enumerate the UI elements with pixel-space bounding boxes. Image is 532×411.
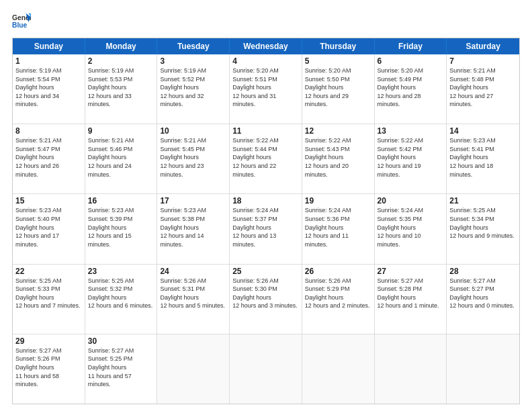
day-number: 8 (15, 126, 82, 136)
day-cell-29: 29Sunrise: 5:27 AMSunset: 5:26 PMDayligh… (13, 334, 85, 404)
day-info: Sunrise: 5:21 AMSunset: 5:48 PMDaylight … (449, 66, 517, 109)
svg-text:Blue: Blue (12, 21, 28, 29)
day-number: 9 (88, 126, 154, 136)
day-cell-4: 4Sunrise: 5:20 AMSunset: 5:51 PMDaylight… (230, 54, 302, 124)
day-info: Sunrise: 5:19 AMSunset: 5:53 PMDaylight … (88, 66, 154, 109)
day-number: 16 (88, 196, 154, 205)
day-cell-7: 7Sunrise: 5:21 AMSunset: 5:48 PMDaylight… (447, 54, 519, 124)
day-info: Sunrise: 5:22 AMSunset: 5:42 PMDaylight … (378, 136, 444, 179)
day-cell-15: 15Sunrise: 5:23 AMSunset: 5:40 PMDayligh… (13, 194, 85, 263)
week-row-3: 15Sunrise: 5:23 AMSunset: 5:40 PMDayligh… (13, 194, 519, 264)
day-info: Sunrise: 5:27 AMSunset: 5:27 PMDaylight … (449, 277, 517, 310)
day-info: Sunrise: 5:22 AMSunset: 5:43 PMDaylight … (305, 136, 371, 179)
day-info: Sunrise: 5:21 AMSunset: 5:45 PMDaylight … (160, 136, 226, 179)
day-cell-30: 30Sunrise: 5:27 AMSunset: 5:25 PMDayligh… (85, 334, 158, 404)
empty-cell (230, 334, 302, 404)
empty-cell (157, 334, 230, 404)
day-cell-24: 24Sunrise: 5:26 AMSunset: 5:31 PMDayligh… (157, 265, 230, 334)
day-number: 7 (449, 56, 517, 66)
header-cell-saturday: Saturday (447, 38, 519, 54)
day-cell-8: 8Sunrise: 5:21 AMSunset: 5:47 PMDaylight… (13, 124, 85, 193)
day-number: 4 (232, 56, 299, 66)
day-cell-1: 1Sunrise: 5:19 AMSunset: 5:54 PMDaylight… (13, 54, 85, 124)
day-info: Sunrise: 5:23 AMSunset: 5:40 PMDaylight … (15, 206, 82, 248)
day-number: 29 (15, 336, 82, 346)
day-info: Sunrise: 5:19 AMSunset: 5:54 PMDaylight … (15, 66, 82, 109)
day-number: 24 (160, 267, 226, 276)
day-cell-9: 9Sunrise: 5:21 AMSunset: 5:46 PMDaylight… (85, 124, 158, 193)
day-number: 5 (305, 56, 371, 66)
day-info: Sunrise: 5:22 AMSunset: 5:44 PMDaylight … (232, 136, 299, 179)
page: General Blue SundayMondayTuesdayWednesda… (0, 0, 532, 411)
day-info: Sunrise: 5:27 AMSunset: 5:25 PMDaylight … (88, 347, 154, 389)
day-cell-3: 3Sunrise: 5:19 AMSunset: 5:52 PMDaylight… (157, 54, 230, 124)
week-row-5: 29Sunrise: 5:27 AMSunset: 5:26 PMDayligh… (13, 334, 519, 404)
day-number: 22 (15, 267, 82, 276)
day-cell-13: 13Sunrise: 5:22 AMSunset: 5:42 PMDayligh… (375, 124, 447, 193)
day-cell-26: 26Sunrise: 5:26 AMSunset: 5:29 PMDayligh… (302, 265, 375, 334)
day-info: Sunrise: 5:23 AMSunset: 5:38 PMDaylight … (160, 206, 226, 248)
week-row-2: 8Sunrise: 5:21 AMSunset: 5:47 PMDaylight… (13, 124, 519, 194)
day-number: 12 (305, 126, 371, 136)
day-number: 20 (378, 196, 444, 205)
day-cell-5: 5Sunrise: 5:20 AMSunset: 5:50 PMDaylight… (302, 54, 375, 124)
header-cell-thursday: Thursday (302, 38, 375, 54)
calendar-header-row: SundayMondayTuesdayWednesdayThursdayFrid… (13, 38, 519, 54)
header-cell-wednesday: Wednesday (230, 38, 302, 54)
day-cell-10: 10Sunrise: 5:21 AMSunset: 5:45 PMDayligh… (157, 124, 230, 193)
day-number: 23 (88, 267, 154, 276)
day-number: 25 (232, 267, 299, 276)
day-info: Sunrise: 5:25 AMSunset: 5:33 PMDaylight … (15, 277, 82, 310)
day-number: 19 (305, 196, 371, 205)
day-info: Sunrise: 5:26 AMSunset: 5:30 PMDaylight … (232, 277, 299, 310)
day-info: Sunrise: 5:27 AMSunset: 5:28 PMDaylight … (378, 277, 444, 310)
day-info: Sunrise: 5:20 AMSunset: 5:51 PMDaylight … (232, 66, 299, 109)
day-number: 15 (15, 196, 82, 205)
day-info: Sunrise: 5:24 AMSunset: 5:36 PMDaylight … (305, 206, 371, 248)
day-info: Sunrise: 5:26 AMSunset: 5:31 PMDaylight … (160, 277, 226, 310)
empty-cell (302, 334, 375, 404)
header: General Blue (12, 12, 520, 31)
day-info: Sunrise: 5:24 AMSunset: 5:37 PMDaylight … (232, 206, 299, 248)
day-cell-20: 20Sunrise: 5:24 AMSunset: 5:35 PMDayligh… (375, 194, 447, 263)
day-number: 3 (160, 56, 226, 66)
day-info: Sunrise: 5:19 AMSunset: 5:52 PMDaylight … (160, 66, 226, 109)
week-row-1: 1Sunrise: 5:19 AMSunset: 5:54 PMDaylight… (13, 54, 519, 124)
day-cell-28: 28Sunrise: 5:27 AMSunset: 5:27 PMDayligh… (447, 265, 519, 334)
empty-cell (447, 334, 519, 404)
day-cell-19: 19Sunrise: 5:24 AMSunset: 5:36 PMDayligh… (302, 194, 375, 263)
day-number: 26 (305, 267, 371, 276)
day-info: Sunrise: 5:21 AMSunset: 5:46 PMDaylight … (88, 136, 154, 179)
day-number: 10 (160, 126, 226, 136)
day-cell-2: 2Sunrise: 5:19 AMSunset: 5:53 PMDaylight… (85, 54, 158, 124)
day-cell-22: 22Sunrise: 5:25 AMSunset: 5:33 PMDayligh… (13, 265, 85, 334)
header-cell-monday: Monday (85, 38, 158, 54)
day-number: 13 (378, 126, 444, 136)
day-number: 30 (88, 336, 154, 346)
day-info: Sunrise: 5:25 AMSunset: 5:34 PMDaylight … (449, 206, 517, 240)
day-number: 27 (378, 267, 444, 276)
day-info: Sunrise: 5:21 AMSunset: 5:47 PMDaylight … (15, 136, 82, 179)
empty-cell (375, 334, 447, 404)
header-cell-sunday: Sunday (13, 38, 85, 54)
day-number: 28 (449, 267, 517, 276)
day-cell-14: 14Sunrise: 5:23 AMSunset: 5:41 PMDayligh… (447, 124, 519, 193)
calendar-body: 1Sunrise: 5:19 AMSunset: 5:54 PMDaylight… (13, 54, 519, 404)
day-cell-11: 11Sunrise: 5:22 AMSunset: 5:44 PMDayligh… (230, 124, 302, 193)
day-info: Sunrise: 5:24 AMSunset: 5:35 PMDaylight … (378, 206, 444, 248)
day-cell-25: 25Sunrise: 5:26 AMSunset: 5:30 PMDayligh… (230, 265, 302, 334)
day-cell-6: 6Sunrise: 5:20 AMSunset: 5:49 PMDaylight… (375, 54, 447, 124)
day-cell-27: 27Sunrise: 5:27 AMSunset: 5:28 PMDayligh… (375, 265, 447, 334)
logo: General Blue (12, 12, 31, 31)
day-number: 6 (378, 56, 444, 66)
day-info: Sunrise: 5:20 AMSunset: 5:49 PMDaylight … (378, 66, 444, 109)
day-number: 11 (232, 126, 299, 136)
day-cell-23: 23Sunrise: 5:25 AMSunset: 5:32 PMDayligh… (85, 265, 158, 334)
week-row-4: 22Sunrise: 5:25 AMSunset: 5:33 PMDayligh… (13, 265, 519, 334)
day-number: 21 (449, 196, 517, 205)
day-number: 2 (88, 56, 154, 66)
calendar: SundayMondayTuesdayWednesdayThursdayFrid… (12, 38, 520, 404)
day-cell-21: 21Sunrise: 5:25 AMSunset: 5:34 PMDayligh… (447, 194, 519, 263)
day-cell-17: 17Sunrise: 5:23 AMSunset: 5:38 PMDayligh… (157, 194, 230, 263)
day-info: Sunrise: 5:26 AMSunset: 5:29 PMDaylight … (305, 277, 371, 310)
